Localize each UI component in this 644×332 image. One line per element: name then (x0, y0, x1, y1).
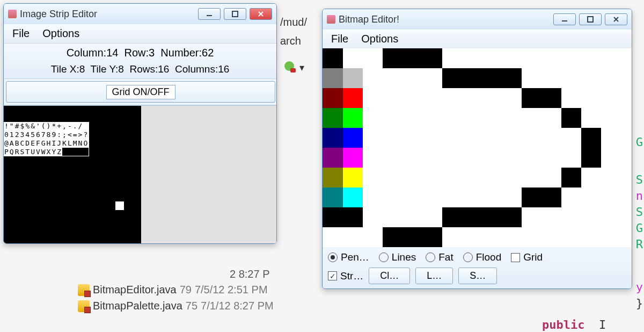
palette-swatch[interactable] (343, 168, 363, 187)
palette-swatch[interactable] (343, 68, 363, 88)
pixel (561, 108, 581, 128)
pixel (581, 128, 601, 168)
bg-file2-date: 7/1/12 8:27 PM (201, 300, 274, 312)
ise-titlebar[interactable]: Image Strip Editor (4, 4, 276, 24)
close-button[interactable] (250, 8, 272, 20)
code-letter: y (636, 280, 643, 294)
code-letter: G (636, 135, 643, 149)
java-file-icon (78, 284, 90, 296)
code-letter: S (636, 205, 643, 219)
bmp-titlebar[interactable]: Bitmap Editor! (323, 9, 632, 30)
code-letter: n (636, 189, 643, 203)
pixel (383, 227, 442, 247)
palette-swatch[interactable] (323, 128, 343, 148)
pixel (442, 207, 522, 227)
strip-canvas[interactable]: !"#$%&'()*+,-./ 0123456789:;<=>? @ABCDEF… (4, 106, 141, 243)
menu-file[interactable]: File (12, 27, 30, 40)
palette-swatch[interactable] (323, 148, 343, 168)
palette-swatch[interactable] (343, 108, 363, 128)
menu-file[interactable]: File (331, 33, 348, 45)
bmp-title: Bitmap Editor! (339, 14, 399, 25)
palette-swatch[interactable] (343, 187, 363, 207)
java-file-icon (78, 300, 90, 312)
code-letter: R (636, 237, 643, 251)
load-button[interactable]: L… (415, 268, 453, 284)
bg-path-fragment: /mud/ (280, 16, 307, 28)
code-letter: S (636, 173, 643, 186)
palette-current[interactable] (323, 207, 363, 227)
bg-file1-rev: 79 (180, 284, 192, 296)
strip-canvas-area: !"#$%&'()*+,-./ 0123456789:;<=>? @ABCDEF… (4, 105, 276, 243)
grid-toggle-button[interactable]: Grid ON/OFF (6, 81, 275, 103)
pixel-canvas[interactable] (363, 48, 620, 247)
palette-swatch[interactable] (323, 68, 343, 88)
code-letter: } (636, 297, 643, 310)
palette-swatch[interactable] (323, 88, 343, 108)
menu-options[interactable]: Options (361, 33, 398, 45)
bg-search-fragment: arch (280, 35, 301, 47)
pixel (383, 48, 442, 68)
palette-swatch[interactable] (343, 88, 363, 108)
maximize-button[interactable] (579, 13, 602, 25)
palette-white[interactable] (343, 48, 363, 68)
svg-rect-3 (588, 17, 593, 22)
bg-file-time-fragment: 2 8:27 P (230, 268, 270, 280)
tool-fat-radio[interactable]: Fat (426, 251, 453, 263)
ise-title: Image Strip Editor (20, 9, 97, 20)
ise-info-panel: Column:14 Row:3 Number:62 Tile X:8 Tile … (4, 43, 276, 79)
maximize-button[interactable] (224, 8, 246, 20)
palette-swatch[interactable] (323, 187, 343, 207)
palette-swatch[interactable] (343, 148, 363, 168)
bg-file1-name: BitmapEditor.java (93, 284, 177, 296)
menu-options[interactable]: Options (42, 27, 79, 40)
bg-file-row-1[interactable]: BitmapEditor.java 79 7/5/12 2:51 PM (78, 284, 268, 296)
bitmap-editor-window: Bitmap Editor! File Options Pen… Lines F… (322, 9, 632, 289)
svg-rect-2 (562, 20, 567, 21)
tool-lines-radio[interactable]: Lines (379, 251, 416, 263)
svg-rect-0 (207, 15, 212, 16)
palette-swatch[interactable] (323, 168, 343, 187)
char-grid: !"#$%&'()*+,-./ 0123456789:;<=>? @ABCDEF… (4, 122, 89, 156)
strip-cursor (115, 201, 124, 210)
minimize-button[interactable] (198, 8, 221, 20)
bg-file-row-2[interactable]: BitmapPalette.java 75 7/1/12 8:27 PM (78, 300, 274, 312)
tool-pen-radio[interactable]: Pen… (328, 251, 369, 263)
pixel (522, 88, 561, 108)
bg-file1-date: 7/5/12 2:51 PM (195, 284, 268, 296)
svg-rect-1 (232, 11, 238, 17)
java-icon (8, 10, 17, 18)
palette-swatch[interactable] (343, 128, 363, 148)
java-icon (327, 15, 335, 24)
tool-flood-radio[interactable]: Flood (463, 251, 502, 263)
pixel (442, 68, 522, 88)
palette-black[interactable] (323, 48, 343, 68)
clear-button[interactable]: Cl… (369, 268, 410, 284)
minimize-button[interactable] (553, 13, 576, 25)
strip-canvas-padding (141, 106, 276, 243)
pixel (522, 187, 561, 207)
color-palette (323, 48, 363, 247)
code-letter: G (636, 221, 643, 235)
bg-file2-name: BitmapPalette.java (93, 300, 182, 312)
bg-toolbar-dropdown[interactable]: ▾ (284, 61, 304, 74)
grid-checkbox[interactable]: Grid (511, 251, 543, 263)
image-strip-editor-window: Image Strip Editor File Options Column:1… (3, 3, 277, 244)
ise-menubar: File Options (4, 24, 276, 43)
bmp-tool-panel: Pen… Lines Fat Flood Grid Str… Cl… L… S… (323, 247, 632, 288)
pixel (561, 168, 581, 187)
bg-file2-rev: 75 (186, 300, 197, 312)
close-button[interactable] (605, 13, 627, 25)
bmp-menubar: File Options (323, 30, 632, 48)
grid-toggle-label: Grid ON/OFF (106, 85, 175, 99)
code-public: public I (542, 318, 606, 331)
save-button[interactable]: S… (458, 268, 497, 284)
str-checkbox[interactable]: Str… (328, 270, 363, 282)
palette-swatch[interactable] (323, 108, 343, 128)
